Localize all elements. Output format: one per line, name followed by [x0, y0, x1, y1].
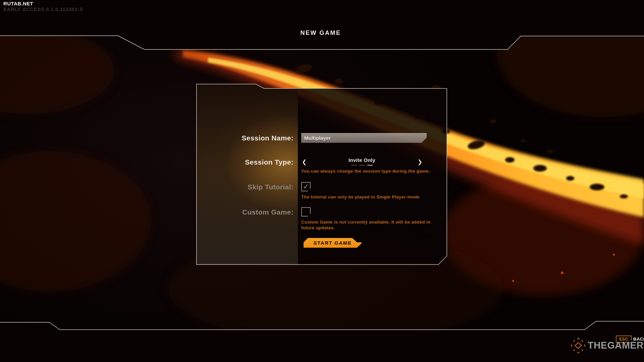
- page-title: NEW GAME: [301, 29, 341, 37]
- site-watermark: RUTAB.NET: [3, 1, 33, 6]
- custom-game-helper-text: Custom Game is not currently available. …: [301, 219, 435, 231]
- session-type-selector: Invite Only: [315, 157, 409, 166]
- start-game-button-label: START GAME: [304, 238, 362, 248]
- session-type-dash: [359, 165, 365, 166]
- session-type-next-arrow-icon[interactable]: ❯: [416, 158, 424, 166]
- session-type-dash: [351, 165, 357, 166]
- session-type-value: Invite Only: [315, 157, 409, 163]
- new-game-dialog: Session Name: Multiplayer Session Type: …: [196, 84, 447, 265]
- brand-name: THEGAMER: [588, 340, 644, 351]
- skip-tutorial-helper-text: The tutorial can only be played in Singl…: [301, 194, 420, 200]
- build-version-label: EARLY ACCESS 0.1.0.112462-S: [3, 6, 83, 12]
- session-type-helper-text: You can always change the session type d…: [301, 168, 430, 174]
- session-name-label: Session Name:: [196, 134, 293, 142]
- brand-logo: THEGAMER: [570, 337, 644, 354]
- session-type-prev-arrow-icon[interactable]: ❮: [301, 158, 308, 166]
- start-game-button[interactable]: START GAME: [304, 238, 362, 248]
- dialog-label-panel: [196, 84, 298, 265]
- session-name-input[interactable]: Multiplayer: [301, 133, 427, 143]
- session-type-dash: [367, 165, 373, 166]
- session-type-dots: [315, 165, 409, 166]
- session-name-value: Multiplayer: [301, 133, 427, 143]
- custom-game-label: Custom Game:: [196, 208, 293, 216]
- game-screen: RUTAB.NET EARLY ACCESS 0.1.0.112462-S NE…: [0, 0, 644, 362]
- checkmark-icon: ✓: [302, 183, 310, 191]
- session-type-label: Session Type:: [196, 158, 293, 166]
- skip-tutorial-label: Skip Tutorial:: [196, 183, 293, 191]
- brand-ornament-icon: [570, 337, 586, 354]
